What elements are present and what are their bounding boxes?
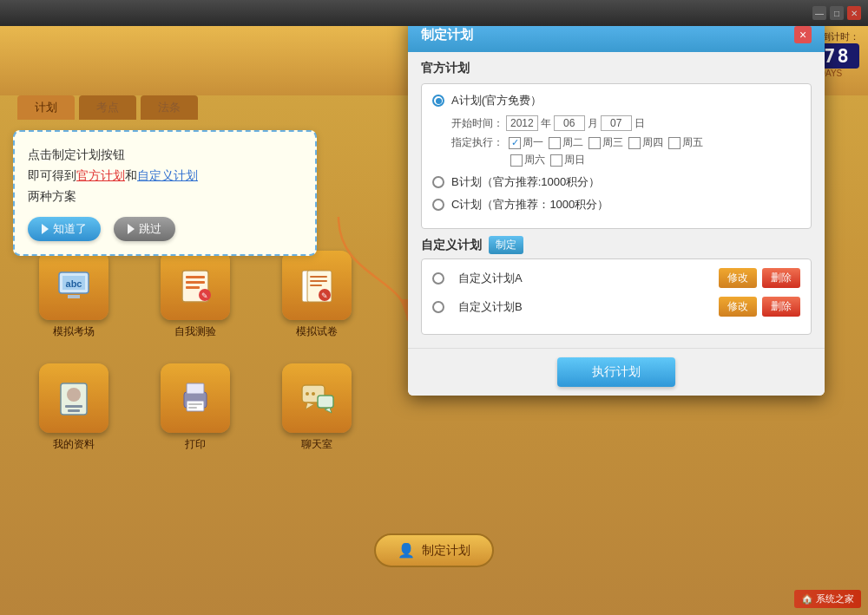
- define-button[interactable]: 制定: [489, 236, 523, 254]
- plan-a-row[interactable]: A计划(官方免费）: [432, 93, 800, 108]
- custom-plan-b-row: 自定义计划B 修改 删除: [432, 297, 800, 317]
- plan-b-label: B计划（官方推荐:1000积分）: [451, 174, 600, 190]
- sun-label: 周日: [564, 153, 585, 167]
- weekday-row: 指定执行： ✓ 周一 周二 周三 周四: [451, 135, 800, 150]
- plan-a-date-row: 开始时间： 2012 年 06 月 07 日: [451, 115, 800, 131]
- custom-a-radio[interactable]: [432, 272, 444, 285]
- dialog-close-button[interactable]: ×: [794, 26, 812, 43]
- weekday-tue[interactable]: 周二: [549, 135, 583, 150]
- custom-section-title: 自定义计划: [421, 238, 482, 253]
- plan-c-row[interactable]: C计划（官方推荐：1000积分）: [432, 197, 800, 213]
- checkbox-thu-icon: [628, 137, 641, 149]
- custom-a-edit-button[interactable]: 修改: [719, 268, 757, 288]
- dialog-overlay: 制定计划 × 官方计划 A计划(官方免费） 开始时间： 2012 年 06 月: [0, 0, 868, 615]
- day-unit: 日: [635, 116, 645, 131]
- weekday-wed[interactable]: 周三: [589, 135, 623, 150]
- tue-label: 周二: [562, 135, 583, 150]
- official-plans-scroll[interactable]: A计划(官方免费） 开始时间： 2012 年 06 月 07 日 指定执行： ✓: [421, 83, 812, 229]
- checkbox-sat-icon: [510, 154, 523, 167]
- weekday-mon[interactable]: ✓ 周一: [509, 135, 543, 150]
- close-button[interactable]: ✕: [847, 6, 861, 20]
- weekday-fri[interactable]: 周五: [668, 135, 703, 150]
- year-box[interactable]: 2012: [506, 115, 538, 131]
- custom-plan-a-row: 自定义计划A 修改 删除: [432, 268, 800, 288]
- custom-b-actions: 修改 删除: [719, 297, 800, 317]
- sat-label: 周六: [524, 153, 545, 167]
- maximize-button[interactable]: □: [830, 6, 844, 20]
- custom-b-edit-button[interactable]: 修改: [719, 297, 757, 317]
- thu-label: 周四: [642, 135, 663, 150]
- dialog-footer: 执行计划: [408, 348, 825, 396]
- checkbox-wed-icon: [589, 137, 601, 149]
- custom-plans-scroll[interactable]: 自定义计划A 修改 删除 自定义计划B 修改 删除: [421, 258, 812, 335]
- minimize-button[interactable]: —: [812, 6, 826, 20]
- execute-plan-button[interactable]: 执行计划: [557, 357, 675, 387]
- custom-a-label: 自定义计划A: [458, 271, 523, 286]
- custom-b-delete-button[interactable]: 删除: [762, 297, 800, 317]
- weekday-sun[interactable]: 周日: [550, 153, 585, 167]
- month-box[interactable]: 06: [554, 115, 585, 131]
- weekday-sat[interactable]: 周六: [510, 153, 545, 167]
- custom-section-header: 自定义计划 制定: [421, 229, 812, 258]
- official-section-title: 官方计划: [421, 52, 812, 83]
- day-box[interactable]: 07: [601, 115, 632, 131]
- dialog-title: 制定计划: [421, 27, 473, 43]
- plan-b-radio[interactable]: [432, 176, 444, 188]
- make-plan-dialog: 制定计划 × 官方计划 A计划(官方免费） 开始时间： 2012 年 06 月: [408, 17, 825, 396]
- custom-plan-a-left: 自定义计划A: [432, 271, 523, 286]
- custom-a-actions: 修改 删除: [719, 268, 800, 288]
- start-label: 开始时间：: [451, 116, 503, 131]
- custom-plan-b-left: 自定义计划B: [432, 299, 523, 315]
- plan-b-row[interactable]: B计划（官方推荐:1000积分）: [432, 174, 800, 190]
- custom-a-delete-button[interactable]: 删除: [762, 268, 800, 288]
- checkbox-mon-icon: ✓: [509, 137, 521, 149]
- month-unit: 月: [588, 116, 598, 131]
- custom-b-radio[interactable]: [432, 301, 444, 313]
- plan-a-radio[interactable]: [432, 95, 444, 107]
- dialog-body: 官方计划 A计划(官方免费） 开始时间： 2012 年 06 月 07 日: [408, 52, 825, 348]
- year-unit: 年: [541, 116, 551, 131]
- checkbox-fri-icon: [668, 137, 681, 149]
- checkbox-sun-icon: [550, 154, 562, 167]
- wed-label: 周三: [602, 135, 623, 150]
- fri-label: 周五: [682, 135, 703, 150]
- mon-label: 周一: [523, 135, 543, 150]
- plan-c-radio[interactable]: [432, 199, 444, 211]
- checkbox-tue-icon: [549, 137, 561, 149]
- plan-c-label: C计划（官方推荐：1000积分）: [451, 197, 608, 213]
- custom-b-label: 自定义计划B: [458, 299, 523, 315]
- plan-a-label: A计划(官方免费）: [451, 93, 542, 108]
- weekday-row2: 周六 周日: [510, 153, 800, 167]
- window-chrome: — □ ✕: [0, 0, 868, 26]
- schedule-label: 指定执行：: [451, 135, 503, 150]
- weekday-thu[interactable]: 周四: [628, 135, 663, 150]
